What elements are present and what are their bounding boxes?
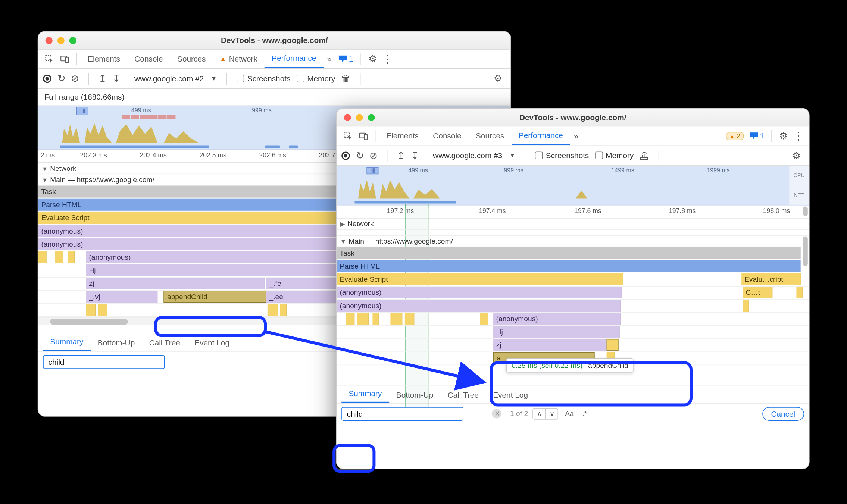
- expand-icon[interactable]: ▼: [42, 176, 48, 183]
- flame-block[interactable]: [390, 313, 402, 325]
- download-icon[interactable]: ↧: [112, 73, 120, 84]
- screenshots-checkbox[interactable]: Screenshots: [535, 151, 589, 160]
- capture-settings-gear-icon[interactable]: ⚙: [494, 73, 502, 84]
- cancel-button[interactable]: Cancel: [762, 407, 804, 420]
- collapse-icon[interactable]: ▶: [340, 220, 345, 227]
- tab-call-tree[interactable]: Call Tree: [142, 335, 187, 351]
- flame-row[interactable]: (anonymous): [337, 300, 809, 313]
- flame-row[interactable]: Hj: [337, 326, 809, 339]
- kebab-menu-icon[interactable]: ⋮: [382, 52, 392, 65]
- flame-row[interactable]: (anonymous): [337, 313, 809, 326]
- dropdown-icon[interactable]: ▼: [509, 152, 515, 159]
- flame-block[interactable]: [796, 287, 803, 298]
- flame-row[interactable]: Evaluate Script Evalu…cript: [337, 273, 809, 287]
- more-tabs-icon[interactable]: »: [570, 131, 582, 141]
- tab-elements[interactable]: Elements: [81, 50, 127, 68]
- search-input[interactable]: [341, 407, 463, 420]
- tab-bottom-up[interactable]: Bottom-Up: [91, 335, 142, 351]
- upload-icon[interactable]: ↥: [397, 150, 405, 161]
- tab-summary[interactable]: Summary: [43, 334, 90, 351]
- clear-icon[interactable]: ⊘: [369, 150, 377, 161]
- scrollbar-thumb[interactable]: [50, 319, 128, 325]
- search-next-button[interactable]: ∨: [546, 408, 558, 419]
- tab-performance[interactable]: Performance: [512, 126, 570, 145]
- flame-appendchild[interactable]: appendChild: [163, 291, 266, 303]
- flame-vj[interactable]: _.vj: [86, 291, 157, 303]
- more-tabs-icon[interactable]: »: [324, 54, 335, 64]
- flame-anonymous[interactable]: (anonymous): [493, 313, 621, 325]
- settings-gear-icon[interactable]: ⚙: [779, 130, 787, 141]
- recording-select[interactable]: www.google.com #2: [132, 73, 206, 84]
- regex-toggle[interactable]: .*: [580, 410, 588, 418]
- capture-settings-gear-icon[interactable]: ⚙: [792, 150, 800, 161]
- flame-block[interactable]: [280, 304, 287, 316]
- flame-hj[interactable]: Hj: [493, 326, 620, 338]
- flame-anonymous[interactable]: (anonymous): [337, 300, 621, 312]
- expand-icon[interactable]: ▼: [42, 165, 48, 172]
- collect-garbage-icon[interactable]: [640, 151, 649, 160]
- tab-sources[interactable]: Sources: [170, 50, 213, 68]
- tab-console[interactable]: Console: [127, 50, 170, 68]
- expand-icon[interactable]: ▼: [340, 238, 346, 245]
- search-prev-button[interactable]: ∧: [534, 408, 546, 419]
- tab-event-log[interactable]: Event Log: [486, 387, 535, 403]
- memory-checkbox[interactable]: Memory: [595, 151, 634, 160]
- flame-block[interactable]: [98, 304, 107, 316]
- tab-elements[interactable]: Elements: [379, 126, 426, 145]
- flame-block[interactable]: [607, 339, 619, 351]
- flame-task[interactable]: Task: [337, 247, 800, 259]
- flame-block[interactable]: [743, 300, 749, 312]
- tab-call-tree[interactable]: Call Tree: [440, 387, 486, 403]
- flame-evaluate-script-2[interactable]: Evalu…cript: [741, 273, 801, 285]
- flame-block[interactable]: [357, 313, 369, 325]
- flame-zj[interactable]: zj: [86, 278, 265, 289]
- overview-window-handle[interactable]: [366, 167, 378, 174]
- flame-anonymous[interactable]: (anonymous): [337, 287, 622, 298]
- vertical-scrollbar-thumb[interactable]: [803, 207, 808, 216]
- kebab-menu-icon[interactable]: ⋮: [793, 129, 803, 142]
- tab-sources[interactable]: Sources: [469, 126, 512, 145]
- network-track-header[interactable]: ▶Network: [337, 219, 809, 230]
- flame-block[interactable]: [68, 251, 75, 263]
- flame-row[interactable]: zj: [337, 339, 809, 352]
- flame-block[interactable]: [372, 313, 379, 325]
- flame-block[interactable]: [405, 313, 415, 325]
- clear-icon[interactable]: ⊘: [71, 73, 79, 84]
- flame-block[interactable]: [480, 313, 488, 325]
- clear-search-icon[interactable]: ✕: [492, 409, 502, 419]
- tab-event-log[interactable]: Event Log: [187, 335, 237, 351]
- warnings-badge[interactable]: 2: [726, 132, 744, 140]
- inspect-icon[interactable]: [340, 126, 356, 145]
- trash-icon[interactable]: 🗑: [341, 73, 351, 84]
- tab-summary[interactable]: Summary: [341, 386, 389, 403]
- memory-checkbox[interactable]: Memory: [296, 74, 335, 83]
- main-track-header[interactable]: ▼Main — https://www.google.com/: [337, 236, 809, 247]
- reload-icon[interactable]: ↻: [356, 150, 364, 161]
- flame-parse-html[interactable]: Parse HTML: [337, 260, 800, 272]
- flame-ct[interactable]: C…t: [743, 287, 772, 298]
- tab-console[interactable]: Console: [426, 126, 469, 145]
- device-toggle-icon[interactable]: [57, 50, 73, 68]
- flame-block[interactable]: [55, 251, 63, 263]
- dropdown-icon[interactable]: ▼: [211, 75, 217, 82]
- search-input[interactable]: [43, 355, 165, 369]
- issues-badge[interactable]: 1: [750, 131, 764, 140]
- vertical-scrollbar-thumb[interactable]: [803, 237, 808, 266]
- flame-zj[interactable]: zj: [493, 339, 607, 351]
- record-button-icon[interactable]: [43, 74, 51, 82]
- flame-row[interactable]: Parse HTML: [337, 260, 809, 273]
- match-case-toggle[interactable]: Aa: [563, 410, 576, 418]
- screenshots-checkbox[interactable]: Screenshots: [237, 74, 290, 83]
- settings-gear-icon[interactable]: ⚙: [368, 53, 376, 64]
- flame-evaluate-script[interactable]: Evaluate Script: [337, 273, 623, 285]
- flame-row[interactable]: Task: [337, 247, 809, 260]
- device-toggle-icon[interactable]: [356, 126, 372, 145]
- flame-block[interactable]: [86, 304, 96, 316]
- reload-icon[interactable]: ↻: [57, 73, 65, 84]
- recording-select[interactable]: www.google.com #3: [431, 150, 505, 161]
- upload-icon[interactable]: ↥: [99, 73, 106, 84]
- tab-network[interactable]: Network: [213, 50, 265, 68]
- flame-block[interactable]: [38, 251, 46, 263]
- time-ruler[interactable]: 197.2 ms 197.4 ms 197.6 ms 197.8 ms 198.…: [337, 205, 809, 218]
- issues-badge[interactable]: 1: [339, 54, 353, 63]
